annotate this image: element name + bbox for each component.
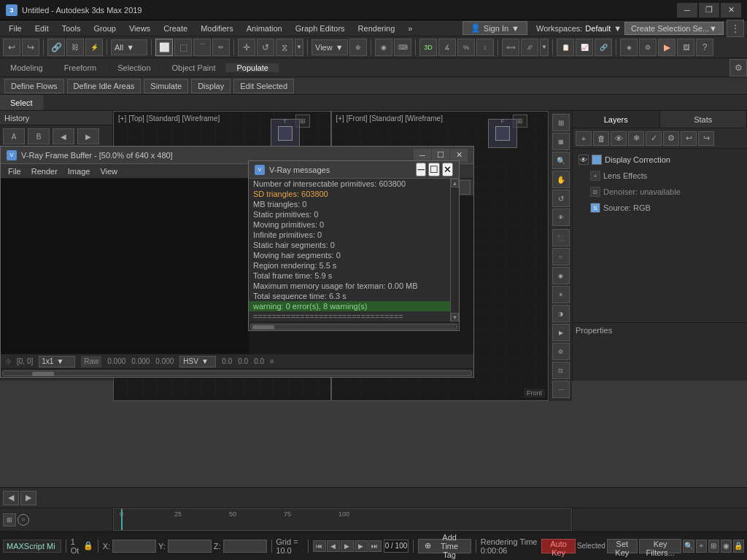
auto-key-button[interactable]: Auto Key bbox=[541, 539, 576, 553]
maxscript-input[interactable] bbox=[3, 540, 61, 553]
bind-space-warp-button[interactable]: ⚡ bbox=[85, 39, 103, 56]
x-input[interactable] bbox=[112, 540, 156, 553]
stats-tab[interactable]: Stats bbox=[660, 111, 748, 128]
keyboard-shortcut-button[interactable]: ⌨ bbox=[394, 39, 411, 56]
vp-more-button[interactable]: ⋯ bbox=[552, 381, 570, 398]
status-extra-btn[interactable]: ⊞ bbox=[708, 540, 719, 553]
menu-modifiers[interactable]: Modifiers bbox=[195, 20, 239, 36]
vp-settings-button[interactable]: ⚙ bbox=[552, 343, 570, 360]
tab-populate[interactable]: Populate bbox=[226, 63, 279, 72]
vp-extra-2[interactable]: ○ bbox=[552, 248, 570, 265]
spinner-snap-button[interactable]: ↕ bbox=[476, 39, 494, 56]
layer-hide-button[interactable]: 👁 bbox=[611, 131, 627, 146]
use-center-button[interactable]: ⊕ bbox=[349, 39, 367, 56]
vray-fb-menu-view[interactable]: View bbox=[96, 166, 122, 177]
prev-frame-button[interactable]: ◀ bbox=[327, 540, 340, 552]
vray-msg-scroll-down[interactable]: ▼ bbox=[451, 313, 459, 322]
sign-in-button[interactable]: 👤 Sign In ▼ bbox=[462, 21, 527, 35]
vp-zoom-button[interactable]: 🔍 bbox=[552, 152, 570, 169]
define-flows-button[interactable]: Define Flows bbox=[4, 79, 64, 93]
play-button[interactable]: ▶ bbox=[341, 540, 354, 552]
vp-pan-button[interactable]: ✋ bbox=[552, 171, 570, 188]
close-button[interactable]: ✕ bbox=[721, 3, 741, 18]
layers-tab[interactable]: Layers bbox=[573, 111, 660, 128]
create-selection-button[interactable]: Create Selection Se... ▼ bbox=[624, 22, 724, 35]
select-object-button[interactable]: ⬜ bbox=[155, 39, 173, 56]
render-prod-button[interactable]: 🖼 bbox=[677, 39, 694, 56]
snap-3d-button[interactable]: 3D bbox=[419, 39, 437, 56]
layer-settings-button[interactable]: ⚙ bbox=[663, 131, 679, 146]
lasso-select-button[interactable]: ⌒ bbox=[193, 39, 211, 56]
vray-fb-menu-render[interactable]: Render bbox=[27, 166, 62, 177]
ref-coord-dropdown[interactable]: View ▼ bbox=[311, 39, 348, 55]
vray-fb-scroll-thumb[interactable] bbox=[32, 372, 54, 376]
tab-selection[interactable]: Selection bbox=[107, 63, 161, 72]
edit-selected-button[interactable]: Edit Selected bbox=[233, 79, 294, 93]
vray-msg-hscroll-thumb[interactable] bbox=[252, 325, 274, 330]
search-button[interactable]: 🔍 bbox=[683, 540, 694, 553]
settings-tab-button[interactable]: ⚙ bbox=[729, 59, 747, 77]
vray-msg-restore-button[interactable]: ☐ bbox=[428, 163, 440, 176]
vray-msg-minimize-button[interactable]: ─ bbox=[416, 163, 425, 176]
select-filter-dropdown[interactable]: All ▼ bbox=[111, 39, 147, 55]
tl-arrow-left[interactable]: ◀ bbox=[3, 491, 19, 505]
go-end-button[interactable]: ⏭ bbox=[368, 540, 382, 552]
select-manip-button[interactable]: ◉ bbox=[375, 39, 392, 56]
next-frame-button[interactable]: ▶ bbox=[355, 540, 368, 552]
move-button[interactable]: ✛ bbox=[238, 39, 255, 56]
menu-more[interactable]: » bbox=[402, 20, 418, 36]
vray-fb-restore-button[interactable]: ☐ bbox=[432, 149, 449, 162]
vp-shadow-button[interactable]: ◑ bbox=[552, 305, 570, 322]
layer-delete-button[interactable]: 🗑 bbox=[593, 131, 609, 146]
render-setup-button[interactable]: ⚙ bbox=[639, 39, 657, 56]
vp-extra-3[interactable]: ◉ bbox=[552, 267, 570, 284]
restore-button[interactable]: ❐ bbox=[699, 3, 719, 18]
scale-dropdown-button[interactable]: ▼ bbox=[295, 39, 303, 56]
render-frame-button[interactable]: ▶ bbox=[658, 39, 676, 56]
align-button[interactable]: ⫻ bbox=[521, 39, 538, 56]
layer-current-button[interactable]: ✓ bbox=[646, 131, 662, 146]
menu-animation[interactable]: Animation bbox=[241, 20, 288, 36]
tab-modeling[interactable]: Modeling bbox=[0, 63, 54, 72]
unlink-button[interactable]: ⛓ bbox=[66, 39, 84, 56]
define-idle-areas-button[interactable]: Define Idle Areas bbox=[67, 79, 142, 93]
vp-orbit-button[interactable]: ↺ bbox=[552, 190, 570, 207]
tl-arrow-right[interactable]: ▶ bbox=[20, 491, 36, 505]
vray-hsv-dropdown[interactable]: HSV ▼ bbox=[179, 356, 216, 368]
redo-button[interactable]: ↪ bbox=[22, 39, 39, 56]
tab-object-paint[interactable]: Object Paint bbox=[162, 63, 227, 72]
paint-select-button[interactable]: ✏ bbox=[212, 39, 230, 56]
vp-field-view-button[interactable]: 👁 bbox=[552, 209, 570, 226]
layer-undo-button[interactable]: ↩ bbox=[681, 131, 697, 146]
vray-msg-scrollbar-v[interactable]: ▲ ▼ bbox=[450, 179, 459, 322]
z-input[interactable] bbox=[223, 540, 267, 553]
menu-group[interactable]: Group bbox=[88, 20, 122, 36]
layer-add-button[interactable]: + bbox=[576, 131, 592, 146]
link-button[interactable]: 🔗 bbox=[47, 39, 65, 56]
manage-layers-button[interactable]: 📋 bbox=[557, 39, 574, 56]
vp-safeframe-button[interactable]: ⊡ bbox=[552, 362, 570, 379]
history-b-button[interactable]: B bbox=[28, 128, 50, 144]
simulate-button[interactable]: Simulate bbox=[144, 79, 188, 93]
add-time-tag-button[interactable]: ⊕ Add Time Tag bbox=[418, 539, 471, 553]
vray-msg-hscroll[interactable] bbox=[249, 322, 459, 330]
percent-snap-button[interactable]: % bbox=[457, 39, 475, 56]
help-button[interactable]: ? bbox=[696, 39, 713, 56]
track-view-button[interactable]: 📈 bbox=[576, 39, 593, 56]
vp-zoom-extents-button[interactable]: ⊞ bbox=[552, 114, 570, 131]
history-prev-button[interactable]: ◀ bbox=[53, 128, 74, 144]
vp-extra-1[interactable]: ⬛ bbox=[552, 229, 570, 246]
rectangular-select-button[interactable]: ⬚ bbox=[174, 39, 192, 56]
vray-fb-minimize-button[interactable]: ─ bbox=[414, 149, 431, 162]
tab-freeform[interactable]: Freeform bbox=[54, 63, 108, 72]
layer-redo-button[interactable]: ↪ bbox=[698, 131, 714, 146]
key-filters-button[interactable]: Key Filters... bbox=[639, 539, 682, 553]
vray-msg-close-button[interactable]: ✕ bbox=[442, 163, 453, 176]
menu-edit[interactable]: Edit bbox=[29, 20, 55, 36]
extra-menu-btn[interactable]: ⋮ bbox=[727, 20, 744, 37]
history-next-button[interactable]: ▶ bbox=[77, 128, 99, 144]
vray-zoom-dropdown[interactable]: 1x1 ▼ bbox=[39, 356, 75, 368]
menu-rendering[interactable]: Rendering bbox=[352, 20, 401, 36]
layer-freeze-button[interactable]: ❄ bbox=[628, 131, 644, 146]
vray-fb-menu-image[interactable]: Image bbox=[63, 166, 95, 177]
